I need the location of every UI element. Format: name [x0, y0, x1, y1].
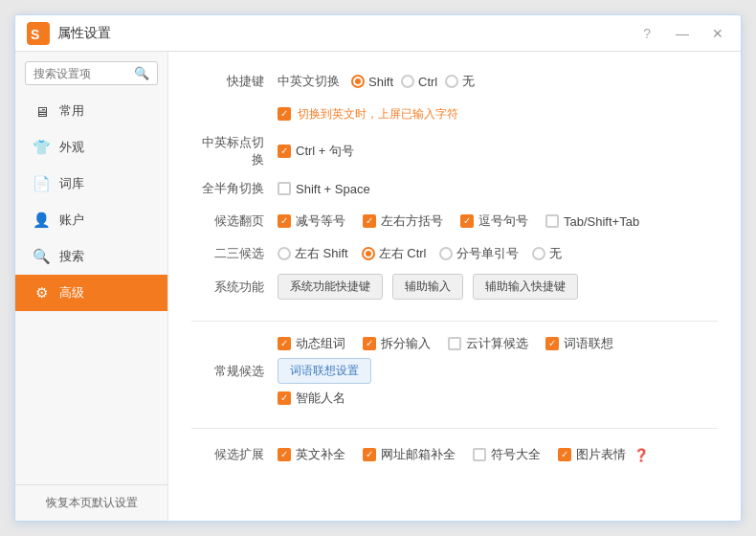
restore-defaults-button[interactable]: 恢复本页默认设置: [15, 484, 167, 521]
page-tab-checkbox: [545, 214, 559, 228]
help-button[interactable]: ?: [635, 26, 658, 41]
radio-semicolon-dot: [439, 247, 453, 260]
cn-punct-label: 中英标点切换: [191, 134, 278, 168]
radio-none-cn-dot: [445, 75, 458, 88]
page-minus-equal-checkbox: [278, 214, 291, 228]
radio-none-23-dot: [532, 247, 545, 260]
candidate-expand-row: 候选扩展 英文补全 网址邮箱补全 符号大全: [191, 442, 718, 467]
sidebar-item-common[interactable]: 🖥 常用: [15, 93, 167, 129]
symbol-check[interactable]: 符号大全: [473, 446, 541, 463]
radio-ctrl[interactable]: Ctrl: [401, 75, 437, 89]
word-assoc-settings-button[interactable]: 词语联想设置: [278, 358, 371, 384]
sidebar-label-account: 账户: [59, 212, 84, 229]
radio-none-cn[interactable]: 无: [445, 73, 475, 90]
minimize-button[interactable]: —: [670, 24, 695, 43]
search-input[interactable]: [33, 67, 134, 80]
radio-ctrl-dot: [401, 75, 414, 88]
page-comma-period-check[interactable]: 逗号句号: [460, 212, 528, 230]
half-full-label: 全半角切换: [191, 180, 278, 197]
cn-punct-text: Ctrl + 句号: [296, 143, 354, 160]
dynamic-compose-check[interactable]: 动态组词: [278, 335, 345, 352]
cn-en-switch-content: 中英文切换 Shift Ctrl: [278, 73, 718, 90]
content-area: 🔍 🖥 常用 👕 外观 📄 词库 👤 账户 🔍 搜索: [15, 52, 741, 521]
page-bracket-check[interactable]: 左右方括号: [363, 212, 443, 230]
cloud-checkbox: [448, 337, 461, 350]
search-nav-icon: 🔍: [33, 248, 50, 265]
dict-icon: 📄: [33, 175, 50, 192]
candidate-expand-label: 候选扩展: [191, 446, 278, 463]
emoji-check[interactable]: 图片表情 ❓: [558, 446, 649, 463]
cn-punct-checkbox: [278, 145, 291, 158]
radio-lr-ctrl[interactable]: 左右 Ctrl: [362, 245, 427, 262]
candidate-page-label: 候选翻页: [191, 212, 278, 230]
sidebar-item-advanced[interactable]: ⚙ 高级: [15, 275, 167, 311]
system-func-shortcuts-button[interactable]: 系统功能快捷键: [278, 274, 383, 300]
emoji-help-icon[interactable]: ❓: [634, 448, 649, 462]
search-icon: 🔍: [134, 66, 149, 80]
page-comma-period-checkbox: [460, 214, 474, 228]
page-bracket-checkbox: [363, 214, 376, 228]
sidebar-label-dict: 词库: [59, 175, 84, 192]
switch-to-en-check[interactable]: 切换到英文时，上屏已输入字符: [278, 106, 458, 123]
main-window: S 属性设置 ? — ✕ 🔍 🖥 常用 👕 外观 📄: [14, 14, 742, 522]
sidebar: 🔍 🖥 常用 👕 外观 📄 词库 👤 账户 🔍 搜索: [15, 52, 168, 521]
half-full-checkbox: [278, 182, 291, 195]
search-box[interactable]: 🔍: [25, 61, 158, 85]
advanced-icon: ⚙: [33, 284, 50, 302]
cn-punct-row: 中英标点切换 Ctrl + 句号: [191, 134, 718, 168]
close-button[interactable]: ✕: [706, 24, 729, 43]
appearance-icon: 👕: [33, 139, 50, 156]
page-tab-check[interactable]: Tab/Shift+Tab: [545, 214, 639, 229]
smart-name-check[interactable]: 智能人名: [278, 390, 718, 407]
url-email-check[interactable]: 网址邮箱补全: [363, 446, 456, 463]
half-full-check[interactable]: Shift + Space: [278, 182, 370, 196]
en-complete-checkbox: [278, 448, 291, 461]
divider-2: [191, 428, 718, 429]
half-full-row: 全半角切换 Shift + Space: [191, 176, 718, 201]
split-input-check[interactable]: 拆分输入: [363, 335, 431, 352]
en-complete-check[interactable]: 英文补全: [278, 446, 345, 463]
half-full-text: Shift + Space: [296, 182, 370, 196]
svg-text:S: S: [31, 27, 39, 42]
switch-to-en-label: 切换到英文时，上屏已输入字符: [298, 106, 458, 123]
second-third-row: 二三候选 左右 Shift 左右 Ctrl 分号单引号: [191, 241, 718, 266]
candidate-page-row: 候选翻页 减号等号 左右方括号 逗号句号: [191, 209, 718, 234]
sidebar-item-search[interactable]: 🔍 搜索: [15, 238, 167, 275]
symbol-checkbox: [473, 448, 486, 461]
smart-name-checkbox: [278, 391, 291, 405]
regular-candidates-row: 常规候选 动态组词 拆分输入 云计算候选: [191, 335, 718, 407]
cn-en-switch-sublabel: 中英文切换: [278, 73, 340, 90]
second-third-label: 二三候选: [191, 245, 278, 262]
system-func-row: 系统功能 系统功能快捷键 辅助输入 辅助输入快捷键: [191, 274, 718, 300]
radio-lr-shift[interactable]: 左右 Shift: [278, 245, 348, 262]
url-email-checkbox: [363, 448, 376, 461]
assist-input-shortcuts-button[interactable]: 辅助输入快捷键: [473, 274, 578, 300]
radio-shift[interactable]: Shift: [351, 75, 393, 89]
radio-semicolon[interactable]: 分号单引号: [439, 245, 519, 262]
title-bar: S 属性设置 ? — ✕: [15, 15, 741, 52]
cn-punct-check[interactable]: Ctrl + 句号: [278, 143, 354, 160]
radio-none-23[interactable]: 无: [532, 245, 562, 262]
sidebar-label-search: 搜索: [59, 248, 84, 265]
account-icon: 👤: [33, 212, 50, 229]
radio-shift-dot: [351, 75, 365, 88]
regular-candidates-section: 常规候选 动态组词 拆分输入 云计算候选: [191, 335, 718, 407]
word-assoc-check[interactable]: 词语联想: [545, 335, 613, 352]
cn-en-switch-row: 快捷键 中英文切换 Shift Ctrl: [191, 69, 718, 94]
dynamic-compose-checkbox: [278, 337, 291, 350]
sidebar-label-advanced: 高级: [59, 284, 84, 302]
app-logo: S: [27, 22, 50, 45]
page-minus-equal-check[interactable]: 减号等号: [278, 212, 345, 230]
window-controls: ? — ✕: [635, 24, 729, 43]
window-title: 属性设置: [57, 25, 635, 42]
sidebar-item-account[interactable]: 👤 账户: [15, 202, 167, 238]
regular-candidates-label: 常规候选: [191, 363, 278, 380]
candidate-expand-section: 候选扩展 英文补全 网址邮箱补全 符号大全: [191, 442, 718, 467]
radio-lr-ctrl-dot: [362, 247, 375, 260]
word-assoc-checkbox: [545, 337, 559, 350]
sidebar-item-dict[interactable]: 📄 词库: [15, 166, 167, 202]
cloud-check[interactable]: 云计算候选: [448, 335, 528, 352]
sidebar-label-appearance: 外观: [59, 139, 84, 156]
sidebar-item-appearance[interactable]: 👕 外观: [15, 129, 167, 166]
assist-input-button[interactable]: 辅助输入: [392, 274, 463, 300]
